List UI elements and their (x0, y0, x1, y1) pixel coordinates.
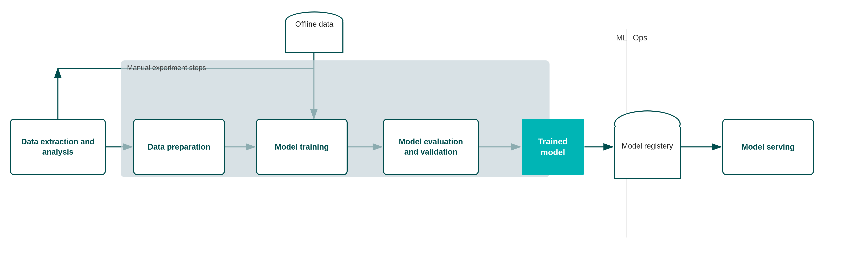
data-extraction-box: Data extraction andanalysis (10, 119, 106, 175)
model-training-label: Model training (275, 142, 329, 152)
trained-model-label: Trainedmodel (538, 136, 568, 158)
data-preparation-box: Data preparation (133, 119, 225, 175)
model-registry-label: Model registery (617, 142, 678, 150)
offline-data-cylinder (285, 11, 343, 53)
ops-label: Ops (633, 33, 647, 42)
model-training-box: Model training (256, 119, 348, 175)
model-serving-label: Model serving (741, 142, 795, 152)
registry-body (614, 127, 681, 179)
offline-data-label: Offline data (289, 20, 339, 29)
ml-label: ML (616, 33, 627, 42)
model-evaluation-label: Model evaluationand validation (399, 137, 463, 157)
manual-steps-label: Manual experiment steps (127, 63, 206, 72)
model-evaluation-box: Model evaluationand validation (383, 119, 479, 175)
diagram-container: ML Ops Offline data Manual experiment st… (0, 0, 868, 275)
data-preparation-label: Data preparation (148, 142, 211, 152)
trained-model-box: Trainedmodel (522, 119, 584, 175)
data-extraction-label: Data extraction andanalysis (21, 137, 95, 157)
model-serving-box: Model serving (722, 119, 814, 175)
